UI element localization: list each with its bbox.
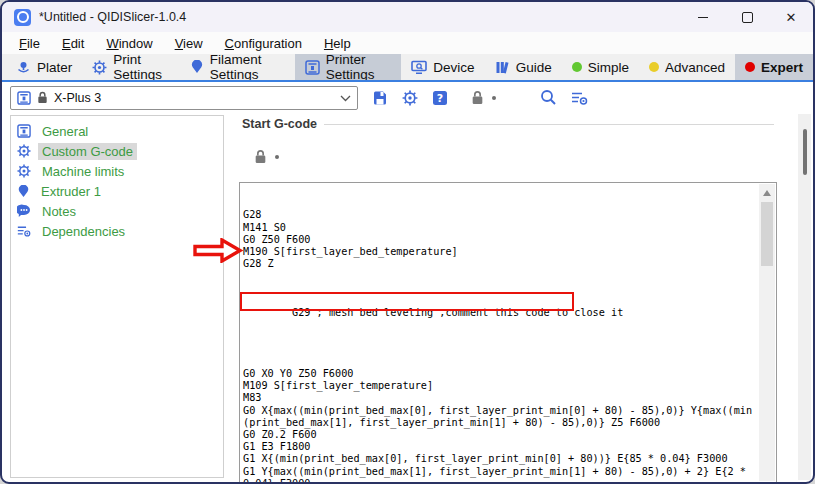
close-icon: ✕: [786, 11, 797, 24]
tab-printer-settings[interactable]: Printer Settings: [295, 54, 402, 80]
app-window: *Untitled - QIDISlicer-1.0.4 ✕ File Edit…: [0, 0, 815, 484]
filament-icon: [17, 185, 30, 198]
lock-icon: [36, 91, 49, 104]
menu-view[interactable]: View: [164, 36, 214, 51]
textarea-scrollbar[interactable]: [759, 184, 775, 481]
notes-icon: [17, 204, 31, 218]
group-divider: [324, 124, 774, 125]
gear-icon: [17, 144, 31, 158]
option-lock-row[interactable]: [253, 149, 279, 164]
menu-configuration[interactable]: Configuration: [214, 36, 313, 51]
tab-filament-settings[interactable]: Filament Settings: [180, 54, 295, 80]
minimize-icon: [698, 17, 708, 18]
save-preset-button[interactable]: [372, 90, 388, 106]
sidebar-item-machine-limits[interactable]: Machine limits: [11, 161, 223, 181]
menu-file[interactable]: File: [8, 36, 51, 51]
mode-expert[interactable]: Expert: [735, 54, 813, 80]
menu-edit[interactable]: Edit: [51, 36, 95, 51]
tab-plater[interactable]: Plater: [6, 54, 82, 80]
printer-preset-value: X-Plus 3: [54, 91, 335, 105]
close-button[interactable]: ✕: [769, 2, 813, 32]
maximize-button[interactable]: [725, 2, 769, 32]
tab-device[interactable]: Device: [401, 54, 484, 80]
lock-icon: [253, 149, 268, 164]
svg-text:?: ?: [437, 92, 443, 105]
window-title: *Untitled - QIDISlicer-1.0.4: [39, 10, 186, 24]
mode-advanced[interactable]: Advanced: [639, 54, 735, 80]
sidebar-item-custom-gcode[interactable]: Custom G-code: [11, 141, 223, 161]
sidebar-item-general[interactable]: General: [11, 121, 223, 141]
compare-presets-button[interactable]: [571, 90, 588, 106]
start-gcode-textarea[interactable]: G28 M141 S0 G0 Z50 F600 M190 S[first_lay…: [239, 182, 777, 483]
gcode-highlighted-line: G29 ; mesh bed leveling ,comment this co…: [243, 295, 757, 344]
sidebar-item-dependencies[interactable]: Dependencies: [11, 221, 223, 241]
textarea-scroll-thumb[interactable]: [761, 202, 773, 266]
annotation-arrow-icon: [193, 238, 243, 263]
menu-window[interactable]: Window: [95, 36, 163, 51]
help-button[interactable]: ?: [432, 90, 448, 106]
group-title: Start G-code: [242, 117, 317, 131]
app-logo-icon: [14, 9, 31, 26]
gcode-lines-after: G0 X0 Y0 Z50 F6000 M109 S[first_layer_te…: [243, 368, 757, 483]
gcode-content: G28 M141 S0 G0 Z50 F600 M190 S[first_lay…: [243, 185, 757, 482]
expert-dot-icon: [745, 62, 755, 72]
gear-icon: [92, 60, 107, 75]
lock-settings-button[interactable]: [470, 90, 496, 105]
settings-list-icon: [571, 90, 588, 106]
page-scrollbar[interactable]: [798, 114, 811, 480]
printer-icon: [305, 60, 320, 75]
menu-bar: File Edit Window View Configuration Help: [2, 32, 813, 54]
sidebar-item-notes[interactable]: Notes: [11, 201, 223, 221]
search-icon: [540, 89, 557, 106]
filament-icon: [190, 60, 204, 74]
maximize-icon: [742, 12, 753, 23]
plater-icon: [16, 60, 31, 75]
tab-print-settings[interactable]: Print Settings: [82, 54, 179, 80]
mode-simple[interactable]: Simple: [562, 54, 639, 80]
printer-preset-combobox[interactable]: X-Plus 3: [10, 86, 358, 110]
printer-icon: [17, 91, 31, 105]
chevron-down-icon: [340, 94, 351, 102]
settings-sidebar: General Custom G-code Machine limits Ext…: [10, 115, 224, 478]
gear-icon: [402, 90, 418, 106]
gear-icon: [17, 164, 31, 178]
minimize-button[interactable]: [681, 2, 725, 32]
title-bar: *Untitled - QIDISlicer-1.0.4 ✕: [2, 2, 813, 32]
advanced-dot-icon: [649, 62, 659, 72]
preset-toolbar: X-Plus 3 ?: [2, 82, 813, 113]
page-scroll-thumb[interactable]: [803, 129, 807, 175]
gcode-group-header: Start G-code: [242, 117, 774, 131]
tab-bar: Plater Print Settings Filament Settings …: [2, 54, 813, 80]
lock-icon: [470, 90, 485, 105]
simple-dot-icon: [572, 62, 582, 72]
gcode-lines-before: G28 M141 S0 G0 Z50 F600 M190 S[first_lay…: [243, 209, 757, 270]
printer-icon: [17, 124, 31, 138]
sidebar-item-extruder-1[interactable]: Extruder 1: [11, 181, 223, 201]
guide-icon: [495, 60, 510, 75]
lock-dot-icon: [492, 96, 496, 100]
preset-settings-button[interactable]: [402, 90, 418, 106]
scroll-up-icon: [763, 190, 771, 196]
device-icon: [411, 60, 427, 75]
modified-dot-icon: [275, 155, 279, 159]
menu-help[interactable]: Help: [313, 36, 362, 51]
search-button[interactable]: [540, 89, 557, 106]
dependencies-icon: [17, 224, 31, 238]
tab-guide[interactable]: Guide: [485, 54, 562, 80]
question-icon: ?: [432, 90, 448, 106]
save-icon: [372, 90, 388, 106]
mode-group: Simple Advanced Expert: [562, 54, 813, 80]
